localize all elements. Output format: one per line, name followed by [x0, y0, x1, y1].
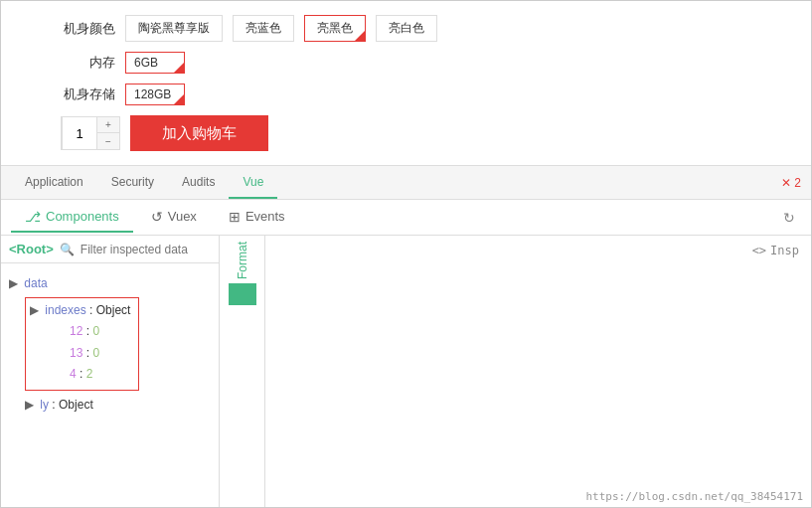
inspect-area: <> Insp — [277, 244, 799, 257]
color-option-3[interactable]: 亮白色 — [376, 15, 437, 42]
storage-label: 机身存储 — [61, 85, 115, 103]
left-panel-toolbar: <Root> 🔍 — [1, 236, 219, 263]
color-row: 机身颜色 陶瓷黑尊享版 亮蓝色 亮黑色 亮白色 — [61, 15, 751, 42]
ly-item: ▶ ly : Object — [25, 395, 211, 417]
devtools-tabbar: Application Security Audits Vue ✕ 2 — [1, 166, 811, 200]
index-4: 4 : 2 — [50, 364, 130, 386]
component-tree: ▶ data ▶ indexes : Object — [1, 263, 219, 507]
sub-tabs-left: ⎇ Components ↺ Vuex ⊞ Events — [11, 203, 299, 233]
index-12: 12 : 0 — [50, 321, 130, 343]
indexes-key: indexes — [45, 303, 85, 317]
color-option-0[interactable]: 陶瓷黑尊享版 — [125, 15, 223, 42]
colon-4: : — [80, 367, 86, 381]
indexes-item: ▶ indexes : Object — [30, 300, 130, 322]
memory-value[interactable]: 6GB — [125, 52, 185, 74]
key-13: 13 — [70, 346, 82, 360]
sub-tab-vuex-label: Vuex — [168, 209, 197, 224]
main-container: 机身颜色 陶瓷黑尊享版 亮蓝色 亮黑色 亮白色 内存 6GB 机身存储 128G… — [0, 0, 812, 508]
key-4: 4 — [70, 367, 77, 381]
indexes-triangle[interactable]: ▶ — [30, 303, 39, 317]
memory-row: 内存 6GB — [61, 52, 751, 74]
data-children: ▶ indexes : Object 12 : 0 — [9, 295, 211, 417]
tab-application[interactable]: Application — [11, 167, 97, 199]
url-text: https://blog.csdn.net/qq_38454171 — [585, 490, 803, 503]
sub-tabbar: ⎇ Components ↺ Vuex ⊞ Events ↻ — [1, 200, 811, 236]
sub-tab-vuex[interactable]: ↺ Vuex — [137, 203, 211, 233]
qty-decrease-btn[interactable]: − — [97, 133, 119, 149]
devtools-toolbar-right: ✕ 2 — [773, 176, 801, 190]
ly-value: Object — [59, 398, 93, 412]
sub-tab-events-label: Events — [245, 209, 285, 224]
devtools-section: Application Security Audits Vue ✕ 2 ⎇ Co… — [1, 166, 811, 507]
format-color-bar — [229, 283, 256, 305]
format-sidebar: Format — [220, 236, 265, 507]
root-tag: <Root> — [9, 242, 54, 256]
devtools-content: <Root> 🔍 ▶ data — [1, 236, 811, 507]
devtools-tabs-left: Application Security Audits Vue — [11, 167, 277, 199]
search-icon: 🔍 — [60, 243, 75, 256]
right-panel: <> Insp https://blog.csdn.net/qq_3845417… — [265, 236, 811, 507]
tab-badge: ✕ 2 — [781, 176, 801, 190]
refresh-button[interactable]: ↻ — [777, 206, 801, 230]
val-4: 2 — [86, 367, 93, 381]
index-13: 13 : 0 — [50, 343, 130, 365]
val-12: 0 — [92, 324, 99, 338]
qty-increase-btn[interactable]: + — [97, 117, 119, 133]
inspect-icon: <> — [752, 244, 766, 257]
add-to-cart-button[interactable]: 加入购物车 — [130, 115, 268, 151]
sub-tab-components-label: Components — [46, 209, 119, 224]
left-panel: <Root> 🔍 ▶ data — [1, 236, 220, 507]
color-label: 机身颜色 — [61, 20, 115, 38]
data-key: data — [24, 276, 47, 290]
quantity-row: 1 + − 加入购物车 — [61, 115, 751, 151]
key-12: 12 — [70, 324, 82, 338]
vuex-icon: ↺ — [151, 209, 163, 225]
qty-btn-group: + − — [97, 117, 119, 149]
filter-input[interactable] — [81, 243, 220, 256]
ly-triangle[interactable]: ▶ — [25, 398, 34, 412]
components-icon: ⎇ — [25, 209, 41, 225]
data-root-item: ▶ data — [9, 273, 211, 295]
indexes-box: ▶ indexes : Object 12 : 0 — [25, 297, 139, 391]
sub-tab-events[interactable]: ⊞ Events — [215, 203, 299, 233]
colon-1: : — [89, 303, 96, 317]
quantity-value: 1 — [62, 117, 97, 149]
color-option-1[interactable]: 亮蓝色 — [233, 15, 294, 42]
storage-row: 机身存储 128GB — [61, 84, 751, 105]
events-icon: ⊞ — [229, 209, 241, 225]
tab-audits[interactable]: Audits — [168, 167, 229, 199]
indexes-value: Object — [96, 303, 131, 317]
index-children: 12 : 0 13 : 0 — [30, 321, 130, 386]
expand-triangle[interactable]: ▶ — [9, 276, 18, 290]
product-section: 机身颜色 陶瓷黑尊享版 亮蓝色 亮黑色 亮白色 内存 6GB 机身存储 128G… — [1, 1, 811, 166]
color-option-2[interactable]: 亮黑色 — [304, 15, 366, 42]
ly-key: ly — [40, 398, 49, 412]
memory-label: 内存 — [61, 54, 115, 72]
data-node: ▶ data ▶ indexes : Object — [1, 269, 219, 421]
format-label: Format — [236, 242, 249, 279]
inspect-label: Insp — [770, 244, 799, 257]
tab-security[interactable]: Security — [97, 167, 168, 199]
tab-vue[interactable]: Vue — [229, 167, 277, 199]
storage-value[interactable]: 128GB — [125, 84, 185, 105]
val-13: 0 — [92, 346, 99, 360]
sub-tab-components[interactable]: ⎇ Components — [11, 203, 133, 233]
quantity-control: 1 + − — [61, 116, 120, 150]
